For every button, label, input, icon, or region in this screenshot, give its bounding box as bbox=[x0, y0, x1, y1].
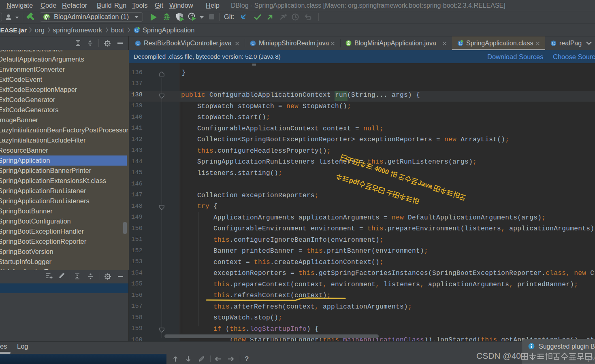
svg-text:C: C bbox=[136, 41, 140, 46]
svg-text:C: C bbox=[252, 41, 255, 46]
svg-text:C: C bbox=[135, 28, 139, 33]
svg-text:C: C bbox=[552, 41, 555, 46]
